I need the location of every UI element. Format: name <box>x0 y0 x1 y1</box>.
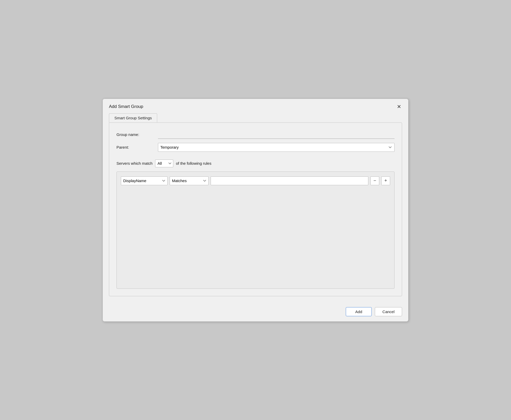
group-name-input[interactable] <box>158 130 395 139</box>
tab-smart-group-settings[interactable]: Smart Group Settings <box>109 113 157 122</box>
dialog: Add Smart Group ✕ Smart Group Settings G… <box>102 99 409 322</box>
servers-match-row: Servers which match All Any of the follo… <box>116 160 395 167</box>
cancel-button[interactable]: Cancel <box>375 307 402 316</box>
match-all-select[interactable]: All Any <box>155 160 173 167</box>
dialog-title: Add Smart Group <box>109 104 143 109</box>
tab-bar: Smart Group Settings <box>109 113 402 122</box>
group-name-row: Group name: <box>116 130 395 139</box>
minus-icon: − <box>374 178 376 183</box>
parent-label: Parent: <box>116 145 158 149</box>
parent-select[interactable]: Temporary <box>158 143 395 152</box>
dialog-footer: Add Cancel <box>103 302 408 321</box>
plus-icon: + <box>384 178 387 183</box>
servers-match-prefix: Servers which match <box>116 161 153 166</box>
rule-value-input[interactable] <box>211 176 368 185</box>
dialog-body: Smart Group Settings Group name: Parent:… <box>103 113 408 302</box>
rule-condition-select[interactable]: Matches Does not match Contains Starts w… <box>170 176 209 185</box>
rules-box: DisplayName Name IP Address OS Status Ma… <box>116 171 395 289</box>
tab-content: Group name: Parent: Temporary Servers wh… <box>109 122 402 296</box>
add-button[interactable]: Add <box>346 307 372 316</box>
rule-field-select[interactable]: DisplayName Name IP Address OS Status <box>121 176 168 185</box>
remove-rule-button[interactable]: − <box>370 176 379 185</box>
table-row: DisplayName Name IP Address OS Status Ma… <box>121 176 390 185</box>
servers-match-suffix: of the following rules <box>176 161 211 166</box>
group-name-label: Group name: <box>116 132 158 137</box>
close-button[interactable]: ✕ <box>395 102 403 111</box>
add-rule-button[interactable]: + <box>381 176 390 185</box>
parent-row: Parent: Temporary <box>116 143 395 152</box>
titlebar: Add Smart Group ✕ <box>103 99 408 113</box>
